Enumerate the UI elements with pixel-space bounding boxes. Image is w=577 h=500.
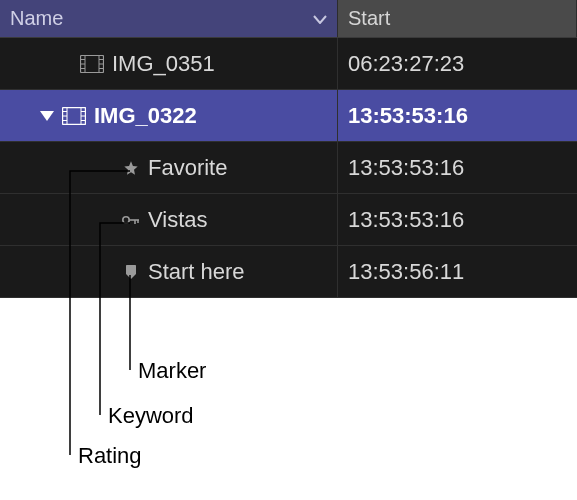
favorite-label: Favorite <box>148 155 227 181</box>
table-row[interactable]: Vistas 13:53:53:16 <box>0 194 577 246</box>
callout-marker: Marker <box>138 358 206 384</box>
marker-icon <box>120 264 142 280</box>
disclosure-triangle-icon[interactable] <box>40 111 54 121</box>
keyword-label: Vistas <box>148 207 208 233</box>
clip-start: 13:53:56:11 <box>348 259 464 285</box>
column-header-start-label: Start <box>348 7 390 30</box>
table-row[interactable]: Start here 13:53:56:11 <box>0 246 577 298</box>
key-icon <box>120 214 142 226</box>
column-header-name[interactable]: Name <box>0 0 338 37</box>
sort-indicator-icon <box>313 14 327 24</box>
clip-list-panel: Name Start IMG_0351 06:23:27 <box>0 0 577 298</box>
clip-name: IMG_0351 <box>112 51 215 77</box>
marker-label: Start here <box>148 259 245 285</box>
table-row[interactable]: IMG_0322 13:53:53:16 <box>0 90 577 142</box>
table-row[interactable]: Favorite 13:53:53:16 <box>0 142 577 194</box>
clip-icon <box>80 55 104 73</box>
column-header-name-label: Name <box>10 7 63 30</box>
clip-name: IMG_0322 <box>94 103 197 129</box>
clip-start: 13:53:53:16 <box>348 155 464 181</box>
clip-start: 13:53:53:16 <box>348 103 468 129</box>
clip-start: 06:23:27:23 <box>348 51 464 77</box>
star-icon <box>120 160 142 176</box>
clip-start: 13:53:53:16 <box>348 207 464 233</box>
column-header-start[interactable]: Start <box>338 0 577 37</box>
list-header: Name Start <box>0 0 577 38</box>
table-row[interactable]: IMG_0351 06:23:27:23 <box>0 38 577 90</box>
svg-point-18 <box>123 216 129 222</box>
clip-icon <box>62 107 86 125</box>
callout-keyword: Keyword <box>108 403 194 429</box>
callout-rating: Rating <box>78 443 142 469</box>
